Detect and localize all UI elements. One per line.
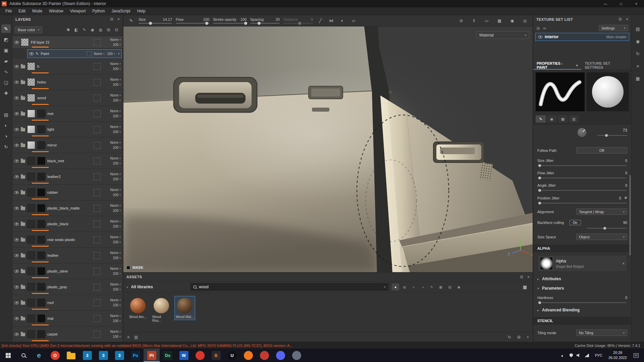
assets-search-box[interactable]: ×: [191, 283, 388, 291]
viewport-render[interactable]: Y X Z: [123, 26, 533, 272]
layer-opacity-dropdown[interactable]: 100 ▾: [113, 209, 121, 213]
size-jitter-value[interactable]: 0: [625, 159, 627, 163]
blend-mode-dropdown[interactable]: Norm ▾: [110, 330, 121, 334]
filter-brushes-icon[interactable]: ✎: [428, 284, 435, 290]
layer-visibility-icon[interactable]: [14, 238, 19, 241]
layer-mask-thumbnail[interactable]: [37, 251, 45, 259]
channel-dropdown[interactable]: Base color ▾: [15, 26, 42, 33]
menu-help[interactable]: Help: [134, 9, 149, 13]
taskbar-app-opera[interactable]: O: [47, 349, 63, 362]
film-camera-button[interactable]: ▦: [496, 17, 503, 24]
thumbnails-view-icon[interactable]: ▤: [134, 335, 138, 340]
clear-search-icon[interactable]: ×: [384, 285, 386, 289]
layer-mask-slot[interactable]: [87, 51, 92, 56]
asset-tile[interactable]: Wood Am...: [127, 296, 148, 320]
taskbar-app-blender[interactable]: B: [208, 349, 224, 362]
layer-row[interactable]: ✎ leather2 Norm ▾ 100 ▾ ×: [12, 169, 123, 185]
texture-set-row[interactable]: interior Main shader: [535, 33, 629, 41]
brush-properties-tab[interactable]: ✎: [536, 115, 546, 123]
stroke-opacity-slider[interactable]: [213, 23, 247, 24]
layer-row[interactable]: ✎ plastic_black Norm ▾ 100 ▾ ×: [12, 216, 123, 232]
flow-jitter-value[interactable]: 0: [625, 171, 627, 175]
stencil-properties-tab[interactable]: ▦: [558, 115, 568, 123]
layer-row[interactable]: ✎ h Norm ▾ 100 ▾ ×: [12, 59, 123, 74]
position-jitter-value[interactable]: 0: [619, 196, 621, 200]
history-toggle-icon[interactable]: ↻: [634, 50, 642, 57]
layer-visibility-icon[interactable]: [14, 317, 19, 320]
layer-visibility-icon[interactable]: [14, 191, 19, 194]
layer-mask-slot[interactable]: [94, 331, 101, 338]
layer-row[interactable]: ✎ holes Norm ▾ 100 ▾ ×: [12, 74, 123, 90]
display-settings-icon[interactable]: ◐: [1, 121, 11, 129]
taskbar-app-unreal[interactable]: U: [224, 349, 240, 362]
layer-mask-thumbnail[interactable]: [37, 110, 45, 118]
close-panel-icon[interactable]: ×: [527, 275, 530, 279]
blend-mode-dropdown[interactable]: Norm ▾: [110, 141, 121, 144]
backface-angle-value[interactable]: 90: [623, 221, 627, 225]
flow-slider[interactable]: [176, 23, 209, 24]
layer-thumbnail[interactable]: [27, 125, 35, 133]
maximize-button[interactable]: □: [613, 0, 629, 7]
layer-mask-slot[interactable]: [94, 221, 101, 228]
tiling-mode-dropdown[interactable]: No Tiling ▾: [576, 329, 627, 336]
blend-mode-dropdown[interactable]: Norm ▾: [110, 38, 121, 42]
layer-opacity-dropdown[interactable]: 100 ▾: [113, 67, 121, 71]
taskbar-app-red[interactable]: [256, 349, 272, 362]
hardness-value[interactable]: 0: [625, 296, 627, 300]
layer-visibility-icon[interactable]: [14, 97, 19, 100]
tool-separator[interactable]: [1, 100, 11, 108]
log-toggle-icon[interactable]: ≡: [634, 62, 642, 70]
parameters-section-toggle[interactable]: ▾ Parameters: [537, 286, 627, 291]
layer-opacity-dropdown[interactable]: 100 ▾: [113, 256, 121, 260]
layer-row[interactable]: ✎ rubber Norm ▾ 100 ▾ ×: [12, 185, 123, 200]
mask-swatch-icon[interactable]: [126, 266, 130, 269]
pause-engine-button[interactable]: ‖: [470, 17, 478, 24]
filter-smart-masks-icon[interactable]: ▪: [410, 284, 417, 290]
layer-mask-slot[interactable]: [94, 205, 101, 212]
layer-thumbnail[interactable]: [27, 173, 35, 181]
material-sphere-thumbnail[interactable]: [130, 298, 146, 313]
blend-mode-dropdown[interactable]: Norm ▾: [110, 94, 121, 97]
layer-mask-thumbnail[interactable]: [37, 220, 45, 228]
polygon-fill-tool[interactable]: ▰: [1, 57, 11, 65]
eraser-tool[interactable]: ◩: [1, 35, 11, 44]
layer-thumbnail[interactable]: [27, 236, 35, 244]
video-camera-button[interactable]: ◉: [508, 17, 516, 24]
taskbar-app-discord[interactable]: [272, 349, 288, 362]
layer-row[interactable]: ✎ Fill layer 21 Norm ▾ 100 ▾ ×: [12, 36, 123, 49]
spacing-slider[interactable]: [250, 23, 280, 24]
layer-mask-slot[interactable]: [94, 110, 101, 117]
delete-layer-button[interactable]: ⊟: [113, 26, 120, 33]
flow-jitter-slider[interactable]: [538, 178, 627, 178]
shader-settings-icon[interactable]: ◑: [1, 132, 11, 140]
layer-row[interactable]: ✎ roof Norm ▾ 100 ▾ ×: [12, 295, 123, 311]
layer-opacity-dropdown[interactable]: 100 ▾: [113, 225, 121, 228]
keyboard-language-indicator[interactable]: РУС: [592, 353, 605, 357]
material-sphere-thumbnail[interactable]: [177, 298, 193, 313]
layer-opacity-dropdown[interactable]: 100 ▾: [113, 177, 121, 181]
layer-visibility-icon[interactable]: [14, 286, 19, 289]
layer-opacity-dropdown[interactable]: 100 ▾: [113, 146, 121, 149]
layer-thumbnail[interactable]: [27, 283, 35, 291]
layer-visibility-icon[interactable]: [14, 270, 19, 273]
taskbar-app-media[interactable]: [192, 349, 208, 362]
follow-path-toggle[interactable]: Off: [576, 147, 627, 154]
layer-opacity-dropdown[interactable]: 100 ▾: [113, 162, 121, 165]
remove-alpha-icon[interactable]: ×: [623, 261, 625, 265]
minimize-button[interactable]: —: [598, 0, 613, 7]
blend-mode-dropdown[interactable]: Norm ▾: [94, 52, 104, 56]
tab-texture-set-settings[interactable]: TEXTURE SET SETTINGS: [581, 61, 631, 70]
layer-mask-slot[interactable]: [94, 79, 101, 86]
grid-properties-tab[interactable]: ▥: [569, 115, 579, 123]
libraries-dropdown[interactable]: ▸ All libraries: [127, 285, 187, 289]
layer-visibility-icon[interactable]: [14, 128, 19, 131]
taskbar-app-3dsmax-1[interactable]: 3: [79, 349, 95, 362]
layer-mask-thumbnail[interactable]: [37, 157, 45, 165]
layer-mask-thumbnail[interactable]: [37, 267, 45, 275]
layer-row[interactable]: ✎ mirror Norm ▾ 100 ▾ ×: [12, 137, 123, 153]
close-panel-icon[interactable]: ×: [117, 17, 120, 21]
taskbar-app-substance-painter[interactable]: Pt: [144, 349, 160, 362]
size-control[interactable]: Size 14.17: [139, 18, 172, 24]
symmetry-icon[interactable]: ⋈: [328, 17, 335, 24]
layer-row[interactable]: ✎ light Norm ▾ 100 ▾ ×: [12, 122, 123, 137]
